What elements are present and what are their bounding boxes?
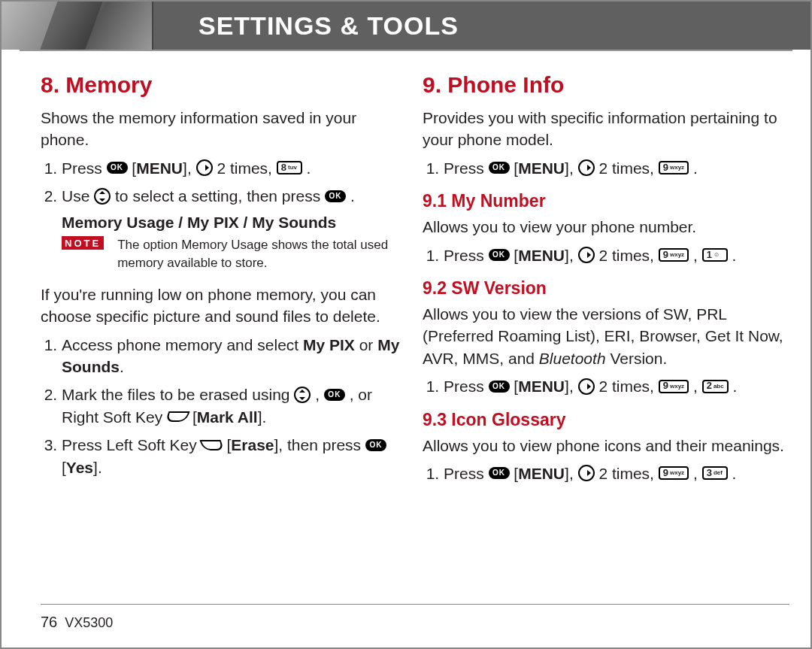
list-item: Press OK [MENU], 2 times, 8tuv . (62, 157, 408, 179)
memory-options: Memory Usage / My PIX / My Sounds (62, 214, 408, 232)
nav-right-icon (578, 159, 595, 176)
memory-steps: Press OK [MENU], 2 times, 8tuv . Use to … (41, 157, 408, 208)
nav-right-icon (578, 247, 595, 263)
text: My PIX (303, 336, 355, 353)
list-item: Press OK [MENU], 2 times, 9wxyz , 3def . (444, 462, 789, 484)
header-bar: SETTINGS & TOOLS (2, 2, 810, 50)
header-photo (2, 2, 153, 50)
text: to select a setting, then press (115, 187, 325, 205)
note-label: NOTE (62, 236, 104, 250)
text: . (733, 378, 738, 395)
section-8-intro: Shows the memory information saved in yo… (41, 107, 408, 151)
key-2-icon: 2abc (702, 380, 729, 393)
page-title: SETTINGS & TOOLS (153, 11, 459, 41)
ok-icon: OK (489, 381, 510, 393)
menu-label: MENU (518, 378, 565, 395)
text: Access phone memory and select (62, 336, 303, 353)
menu-label: MENU (518, 159, 565, 177)
phone-info-steps: Press OK [MENU], 2 times, 9wxyz . (423, 157, 789, 179)
text: , (315, 386, 324, 403)
list-item: Press OK [MENU], 2 times, 9wxyz , 1☺ . (444, 244, 789, 266)
key-9-icon: 9wxyz (659, 248, 689, 262)
section-9-2-heading: 9.2 SW Version (423, 278, 789, 299)
text: 2 times, (598, 378, 658, 395)
section-9-3-heading: 9.3 Icon Glossary (423, 410, 789, 430)
page-number: 76 (41, 614, 57, 630)
text: . (732, 465, 736, 482)
text: ], (565, 378, 578, 395)
ok-icon: OK (365, 439, 386, 451)
section-9-1-text: Allows you to view your phone number. (423, 216, 789, 238)
text: 2 times, (217, 159, 276, 177)
page-footer: 76 VX5300 (2, 604, 810, 631)
text: ]. (258, 408, 267, 426)
text: Press (62, 159, 107, 177)
section-9-3-text: Allows you to view phone icons and their… (423, 435, 789, 456)
key-1-icon: 1☺ (702, 248, 728, 262)
nav-updown-icon (294, 387, 311, 403)
section-9-1-heading: 9.1 My Number (423, 191, 789, 211)
sw-version-steps: Press OK [MENU], 2 times, 9wxyz , 2abc . (423, 375, 789, 397)
text: . (307, 159, 311, 177)
text: Erase (231, 436, 274, 453)
section-9-intro: Provides you with specific information p… (423, 107, 789, 151)
key-3-icon: 3def (702, 466, 728, 480)
text: Use (62, 187, 94, 205)
section-8-heading: 8. Memory (41, 72, 408, 98)
text: ], (565, 465, 578, 482)
menu-label: MENU (136, 159, 183, 177)
left-column: 8. Memory Shows the memory information s… (41, 66, 408, 490)
text: Press (444, 378, 489, 395)
key-9-icon: 9wxyz (659, 380, 689, 393)
ok-icon: OK (489, 467, 510, 479)
ok-icon: OK (324, 389, 345, 401)
delete-steps: Access phone memory and select My PIX or… (41, 334, 408, 478)
my-number-steps: Press OK [MENU], 2 times, 9wxyz , 1☺ . (423, 244, 789, 266)
ok-icon: OK (107, 162, 128, 174)
text: ], (183, 159, 196, 177)
note-text: The option Memory Usage shows the total … (117, 236, 408, 273)
text: 2 times, (598, 465, 658, 482)
low-memory-text: If you're running low on phone memory, y… (41, 284, 408, 328)
key-8-icon: 8tuv (277, 161, 302, 174)
nav-right-icon (578, 378, 595, 395)
text: . (693, 159, 698, 177)
list-item: Use to select a setting, then press OK . (62, 185, 408, 207)
text: Mark the files to be erased using (62, 386, 294, 403)
note-block: NOTE The option Memory Usage shows the t… (62, 236, 408, 273)
list-item: Press Left Soft Key [Erase], then press … (62, 434, 408, 478)
ok-icon: OK (325, 190, 346, 202)
text: 2 times, (598, 159, 658, 177)
list-item: Mark the files to be erased using , OK ,… (62, 384, 408, 428)
right-column: 9. Phone Info Provides you with specific… (423, 66, 789, 490)
text: Press (444, 465, 489, 482)
key-9-icon: 9wxyz (659, 161, 689, 174)
text: . (350, 187, 355, 205)
text: . (732, 247, 736, 264)
right-softkey-icon (165, 411, 190, 422)
nav-updown-icon (94, 188, 111, 205)
list-item: Press OK [MENU], 2 times, 9wxyz . (444, 157, 789, 179)
section-9-heading: 9. Phone Info (423, 72, 789, 98)
menu-label: MENU (518, 465, 565, 482)
menu-label: MENU (518, 247, 565, 264)
text: ]. (93, 459, 102, 476)
ok-icon: OK (489, 249, 510, 261)
key-9-icon: 9wxyz (659, 466, 689, 480)
left-softkey-icon (199, 440, 224, 450)
nav-right-icon (196, 159, 213, 176)
list-item: Access phone memory and select My PIX or… (62, 334, 408, 378)
nav-right-icon (578, 465, 595, 481)
ok-icon: OK (489, 162, 510, 174)
text: ], (565, 159, 578, 177)
text: or (355, 336, 377, 353)
section-9-2-text: Allows you to view the versions of SW, P… (423, 303, 789, 369)
text: Press (444, 247, 489, 264)
text: Yes (66, 459, 93, 476)
list-item: Press OK [MENU], 2 times, 9wxyz , 2abc . (444, 375, 789, 397)
text: . (120, 358, 124, 375)
text: 2 times, (598, 247, 658, 264)
text: ], (565, 247, 578, 264)
model-label: VX5300 (65, 615, 113, 630)
text: Mark All (197, 408, 258, 426)
